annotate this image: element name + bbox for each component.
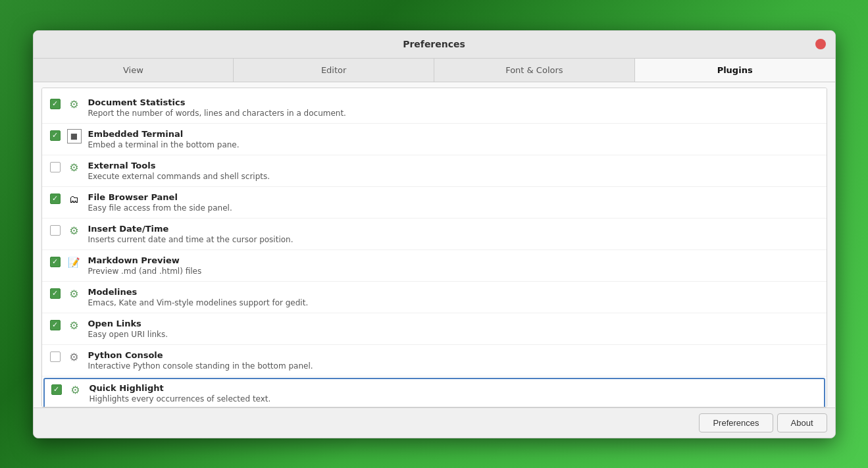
plugin-name-external-tools: External Tools bbox=[88, 161, 819, 170]
plugin-info-python-console: Python Console Interactive Python consol… bbox=[88, 350, 819, 371]
content-area: ⚙ Document Statistics Report the number … bbox=[34, 82, 835, 407]
plugin-item-embedded-terminal: ■ Embedded Terminal Embed a terminal in … bbox=[42, 124, 827, 155]
plugin-item-insert-datetime: ⚙ Insert Date/Time Inserts current date … bbox=[42, 219, 827, 250]
checkbox-embedded-terminal[interactable] bbox=[50, 130, 61, 141]
checkbox-wrap-quick-highlight bbox=[51, 383, 62, 395]
plugin-icon-python-console: ⚙ bbox=[67, 350, 82, 365]
plugin-info-insert-datetime: Insert Date/Time Inserts current date an… bbox=[88, 224, 819, 244]
checkbox-wrap-external-tools bbox=[50, 161, 61, 172]
plugin-desc-file-browser: Easy file access from the side panel. bbox=[88, 203, 819, 213]
plugin-info-external-tools: External Tools Execute external commands… bbox=[88, 161, 819, 181]
plugin-name-quick-highlight: Quick Highlight bbox=[89, 383, 817, 393]
plugin-item-external-tools: ⚙ External Tools Execute external comman… bbox=[42, 155, 827, 187]
tab-font-colors[interactable]: Font & Colors bbox=[434, 59, 635, 82]
plugin-name-markdown-preview: Markdown Preview bbox=[88, 255, 819, 265]
plugin-icon-markdown-preview: 📝 bbox=[67, 255, 82, 270]
plugin-icon-quick-highlight: ⚙ bbox=[68, 383, 83, 398]
plugin-info-quick-highlight: Quick Highlight Highlights every occurre… bbox=[89, 383, 817, 403]
plugin-item-modelines: ⚙ Modelines Emacs, Kate and Vim-style mo… bbox=[42, 282, 827, 313]
plugin-desc-open-links: Easy open URI links. bbox=[88, 330, 819, 339]
plugin-name-embedded-terminal: Embedded Terminal bbox=[88, 129, 819, 139]
plugin-name-modelines: Modelines bbox=[88, 287, 819, 297]
plugin-desc-quick-highlight: Highlights every occurrences of selected… bbox=[89, 394, 817, 403]
checkbox-modelines[interactable] bbox=[50, 288, 61, 299]
checkbox-wrap-file-browser bbox=[50, 192, 61, 204]
plugin-desc-modelines: Emacs, Kate and Vim-style modelines supp… bbox=[88, 298, 819, 307]
titlebar: Preferences bbox=[34, 31, 835, 59]
checkbox-wrap-markdown-preview bbox=[50, 255, 61, 267]
plugin-info-modelines: Modelines Emacs, Kate and Vim-style mode… bbox=[88, 287, 819, 307]
plugin-item-quick-highlight: ⚙ Quick Highlight Highlights every occur… bbox=[43, 378, 825, 407]
plugin-item-document-statistics: ⚙ Document Statistics Report the number … bbox=[42, 92, 827, 124]
checkbox-wrap-open-links bbox=[50, 319, 61, 330]
checkbox-wrap-modelines bbox=[50, 287, 61, 299]
plugin-icon-open-links: ⚙ bbox=[67, 319, 82, 333]
plugin-item-file-browser: 🗂 File Browser Panel Easy file access fr… bbox=[42, 187, 827, 219]
checkbox-wrap-document-statistics bbox=[50, 97, 61, 109]
checkbox-wrap-python-console bbox=[50, 350, 61, 362]
close-button[interactable] bbox=[815, 39, 826, 49]
preferences-button[interactable]: Preferences bbox=[699, 413, 773, 432]
plugin-icon-modelines: ⚙ bbox=[67, 287, 82, 301]
checkbox-external-tools[interactable] bbox=[50, 162, 61, 172]
checkbox-python-console[interactable] bbox=[50, 351, 61, 362]
plugin-desc-insert-datetime: Inserts current date and time at the cur… bbox=[88, 235, 819, 244]
plugin-item-open-links: ⚙ Open Links Easy open URI links. bbox=[42, 313, 827, 345]
checkbox-open-links[interactable] bbox=[50, 320, 61, 330]
plugin-info-markdown-preview: Markdown Preview Preview .md (and .html)… bbox=[88, 255, 819, 276]
tab-plugins[interactable]: Plugins bbox=[635, 59, 835, 82]
checkbox-wrap-insert-datetime bbox=[50, 224, 61, 236]
plugin-icon-document-statistics: ⚙ bbox=[67, 97, 82, 112]
checkbox-markdown-preview[interactable] bbox=[50, 257, 61, 267]
plugin-info-embedded-terminal: Embedded Terminal Embed a terminal in th… bbox=[88, 129, 819, 149]
plugin-name-file-browser: File Browser Panel bbox=[88, 192, 819, 202]
plugin-desc-python-console: Interactive Python console standing in t… bbox=[88, 361, 819, 371]
plugin-item-markdown-preview: 📝 Markdown Preview Preview .md (and .htm… bbox=[42, 250, 827, 282]
checkbox-insert-datetime[interactable] bbox=[50, 225, 61, 236]
footer: Preferences About bbox=[34, 407, 835, 438]
plugin-name-insert-datetime: Insert Date/Time bbox=[88, 224, 819, 234]
plugin-icon-embedded-terminal: ■ bbox=[67, 129, 82, 143]
plugin-icon-insert-datetime: ⚙ bbox=[67, 224, 82, 238]
plugin-desc-document-statistics: Report the number of words, lines and ch… bbox=[88, 109, 819, 118]
plugin-name-open-links: Open Links bbox=[88, 319, 819, 328]
tab-view[interactable]: View bbox=[34, 59, 234, 82]
checkbox-quick-highlight[interactable] bbox=[51, 384, 62, 395]
window-title: Preferences bbox=[403, 39, 465, 49]
checkbox-document-statistics[interactable] bbox=[50, 99, 61, 109]
tab-editor[interactable]: Editor bbox=[234, 59, 434, 82]
plugin-item-python-console: ⚙ Python Console Interactive Python cons… bbox=[42, 345, 827, 377]
plugin-info-open-links: Open Links Easy open URI links. bbox=[88, 319, 819, 339]
plugin-info-file-browser: File Browser Panel Easy file access from… bbox=[88, 192, 819, 213]
plugin-info-document-statistics: Document Statistics Report the number of… bbox=[88, 97, 819, 118]
plugin-name-document-statistics: Document Statistics bbox=[88, 97, 819, 107]
plugin-desc-markdown-preview: Preview .md (and .html) files bbox=[88, 267, 819, 276]
plugin-icon-external-tools: ⚙ bbox=[67, 161, 82, 175]
plugin-list: ⚙ Document Statistics Report the number … bbox=[41, 88, 827, 407]
plugin-desc-embedded-terminal: Embed a terminal in the bottom pane. bbox=[88, 140, 819, 149]
plugin-desc-external-tools: Execute external commands and shell scri… bbox=[88, 172, 819, 181]
checkbox-wrap-embedded-terminal bbox=[50, 129, 61, 141]
checkbox-file-browser[interactable] bbox=[50, 194, 61, 204]
tab-bar: View Editor Font & Colors Plugins bbox=[34, 59, 835, 82]
plugin-icon-file-browser: 🗂 bbox=[67, 192, 82, 207]
plugin-name-python-console: Python Console bbox=[88, 350, 819, 360]
about-button[interactable]: About bbox=[777, 413, 827, 432]
preferences-window: Preferences View Editor Font & Colors Pl… bbox=[33, 30, 836, 438]
